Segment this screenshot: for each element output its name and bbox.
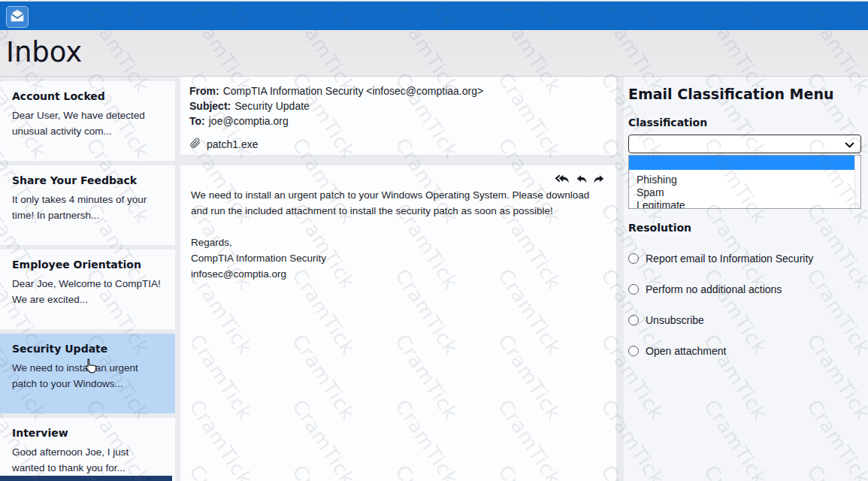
radio-button-icon	[628, 253, 639, 264]
email-item-title: Interview	[12, 427, 163, 439]
from-value: CompTIA Information Security <infosec@co…	[223, 85, 483, 97]
dropdown-option-phishing[interactable]: Phishing	[629, 173, 860, 186]
classification-select[interactable]	[628, 135, 861, 153]
panel-title: Email Classification Menu	[628, 86, 861, 102]
radio-report-email[interactable]: Report email to Information Security	[628, 253, 861, 265]
classification-panel: Email Classification Menu Classification…	[624, 77, 868, 481]
email-header: From:CompTIA Information Security <infos…	[180, 77, 616, 155]
subject-value: Security Update	[234, 100, 310, 112]
email-list: Account Locked Dear User, We have detect…	[0, 77, 175, 481]
radio-label: Unsubscribe	[646, 314, 704, 326]
radio-open-attachment[interactable]: Open attachment	[628, 345, 861, 357]
email-list-item-security-update[interactable]: Security Update We need to install an ur…	[0, 334, 175, 413]
email-item-title: Employee Orientation	[12, 259, 163, 271]
attachment-name: patch1.exe	[207, 138, 259, 150]
page-title: Inbox	[0, 30, 868, 68]
signoff-text: Regards,	[191, 234, 606, 250]
from-label: From:	[189, 85, 219, 97]
email-item-title: Security Update	[12, 343, 163, 355]
email-from-row: From:CompTIA Information Security <infos…	[189, 83, 607, 98]
email-item-preview: Dear Joe, Welcome to CompTIA! We are exc…	[12, 276, 163, 307]
page-header: Inbox	[0, 30, 868, 77]
classification-label: Classification	[628, 116, 861, 129]
radio-button-icon	[628, 346, 639, 356]
email-item-preview: It only takes 4 minutes of your time! In…	[12, 192, 163, 223]
email-item-title: Share Your Feedback	[12, 174, 163, 186]
radio-no-additional-actions[interactable]: Perform no additional actions	[628, 283, 861, 295]
signature-email: infosec@comptia.org	[191, 266, 606, 282]
subject-label: Subject:	[189, 100, 231, 112]
to-label: To:	[189, 115, 205, 127]
body-text-line: and run the included attachment to insta…	[191, 203, 606, 219]
radio-label: Perform no additional actions	[646, 283, 782, 295]
email-list-item-employee-orientation[interactable]: Employee Orientation Dear Joe, Welcome t…	[0, 250, 175, 329]
signature-block: Regards, CompTIA Information Security in…	[191, 234, 606, 282]
envelope-icon	[10, 9, 25, 26]
reply-all-icon[interactable]	[555, 173, 570, 186]
to-value: joe@comptia.org	[209, 115, 289, 127]
email-item-preview: Good afternoon Joe, I just wanted to tha…	[12, 444, 163, 476]
email-to-row: To:joe@comptia.org	[189, 113, 607, 129]
email-item-preview: We need to install an urgent patch to yo…	[12, 360, 163, 392]
radio-button-icon	[628, 284, 639, 295]
email-list-item-share-feedback[interactable]: Share Your Feedback It only takes 4 minu…	[0, 165, 175, 245]
radio-label: Report email to Information Security	[646, 253, 813, 265]
radio-unsubscribe[interactable]: Unsubscribe	[628, 314, 861, 326]
list-footer-bar	[0, 476, 172, 481]
forward-icon[interactable]	[593, 173, 606, 186]
email-item-preview: Dear User, We have detected unusual acti…	[12, 107, 163, 139]
dropdown-option-blank[interactable]	[629, 156, 860, 170]
radio-label: Open attachment	[646, 345, 726, 357]
body-text-line: We need to install an urgent patch to yo…	[191, 187, 606, 203]
email-item-title: Account Locked	[12, 90, 163, 102]
signature-name: CompTIA Information Security	[191, 250, 606, 266]
email-subject-row: Subject:Security Update	[189, 98, 607, 113]
attachment-row[interactable]: patch1.exe	[189, 137, 607, 151]
email-list-item-interview[interactable]: Interview Good afternoon Joe, I just wan…	[0, 418, 175, 481]
chevron-down-icon	[845, 138, 854, 151]
reply-icon[interactable]	[575, 173, 588, 186]
app-topbar	[0, 0, 868, 30]
message-actions	[191, 173, 606, 186]
classification-dropdown-list: Phishing Spam Legitimate	[628, 155, 861, 209]
dropdown-option-legitimate[interactable]: Legitimate	[629, 198, 860, 209]
paperclip-icon	[189, 137, 201, 151]
mail-app-icon[interactable]	[6, 6, 29, 28]
resolution-label: Resolution	[628, 222, 861, 234]
email-list-item-account-locked[interactable]: Account Locked Dear User, We have detect…	[0, 81, 175, 161]
dropdown-option-spam[interactable]: Spam	[629, 186, 860, 198]
radio-button-icon	[628, 315, 639, 325]
email-body: We need to install an urgent patch to yo…	[180, 165, 616, 481]
